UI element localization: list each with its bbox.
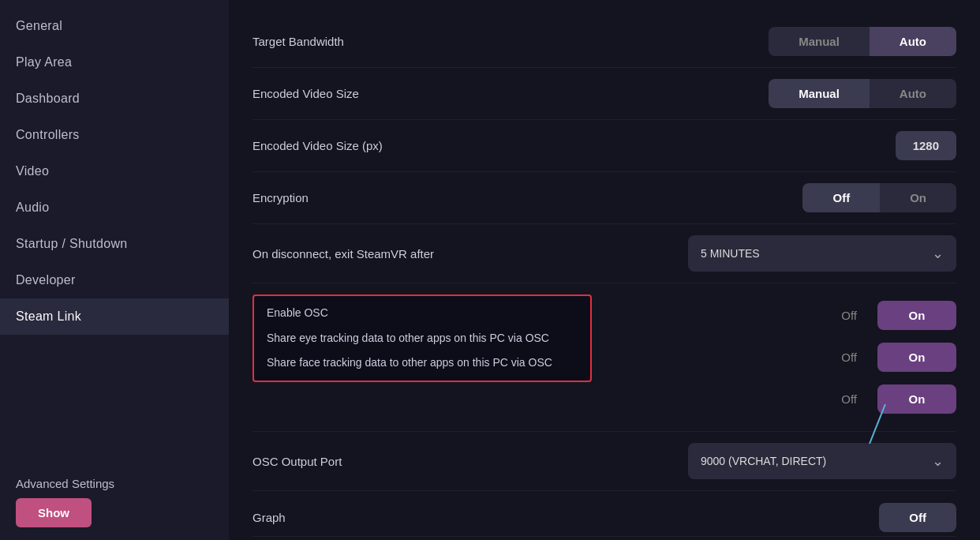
- osc-section-row: Enable OSC Share eye tracking data to ot…: [252, 283, 956, 432]
- main-content: Target Bandwidth Manual Auto Encoded Vid…: [229, 0, 980, 540]
- graph-toggle-group: Off: [879, 503, 956, 532]
- encoded-video-size-control: Manual Auto: [592, 79, 956, 108]
- encoded-video-size-px-row: Encoded Video Size (px) 1280: [252, 120, 956, 172]
- on-disconnect-dropdown-value: 5 MINUTES: [701, 247, 760, 260]
- sidebar-item-video[interactable]: Video: [0, 153, 229, 189]
- encoded-video-size-auto-btn[interactable]: Auto: [870, 79, 956, 108]
- enable-osc-off-label: Off: [827, 301, 871, 330]
- target-bandwidth-manual-btn[interactable]: Manual: [769, 27, 870, 56]
- sidebar-item-dashboard[interactable]: Dashboard: [0, 81, 229, 117]
- share-eye-tracking-on-btn[interactable]: On: [877, 343, 956, 372]
- enable-osc-on-btn[interactable]: On: [877, 301, 956, 330]
- sidebar-item-steam-link[interactable]: Steam Link: [0, 298, 229, 335]
- sidebar-bottom: Advanced Settings Show: [0, 464, 229, 540]
- target-bandwidth-label: Target Bandwidth: [252, 35, 592, 48]
- graph-control: Off: [592, 503, 956, 532]
- on-disconnect-dropdown[interactable]: 5 MINUTES ⌄: [688, 235, 956, 272]
- sidebar-item-controllers[interactable]: Controllers: [0, 117, 229, 153]
- share-eye-tracking-box-label: Share eye tracking data to other apps on…: [267, 331, 578, 347]
- encryption-off-btn[interactable]: Off: [802, 183, 880, 212]
- sidebar-item-general[interactable]: General: [0, 8, 229, 44]
- on-disconnect-label: On disconnect, exit SteamVR after: [252, 247, 592, 261]
- enable-osc-box-label: Enable OSC: [267, 306, 578, 321]
- encoded-video-size-px-control: 1280: [592, 131, 956, 160]
- target-bandwidth-toggle-group: Manual Auto: [769, 27, 956, 56]
- chevron-down-icon-osc: ⌄: [932, 452, 944, 470]
- osc-output-port-dropdown[interactable]: 9000 (VRCHAT, DIRECT) ⌄: [688, 443, 956, 479]
- osc-controls: Off On Off On Off On: [592, 294, 956, 420]
- encoded-video-size-manual-btn[interactable]: Manual: [769, 79, 870, 108]
- share-face-tracking-control: Off On: [604, 378, 956, 420]
- advanced-settings-label: Advanced Settings: [16, 477, 213, 490]
- encryption-toggle-group: Off On: [802, 183, 956, 212]
- share-face-tracking-off-label: Off: [827, 384, 871, 414]
- osc-output-port-row: OSC Output Port 9000 (VRCHAT, DIRECT) ⌄: [252, 432, 956, 491]
- encoded-video-size-toggle-group: Manual Auto: [769, 79, 956, 108]
- target-bandwidth-control: Manual Auto: [592, 27, 956, 56]
- sidebar-item-play-area[interactable]: Play Area: [0, 44, 229, 81]
- osc-highlight-box: Enable OSC Share eye tracking data to ot…: [252, 294, 592, 382]
- sidebar-item-audio[interactable]: Audio: [0, 189, 229, 226]
- on-disconnect-row: On disconnect, exit SteamVR after 5 MINU…: [252, 224, 956, 283]
- encoded-video-size-label: Encoded Video Size: [252, 87, 592, 100]
- sidebar-item-developer[interactable]: Developer: [0, 262, 229, 298]
- sidebar: General Play Area Dashboard Controllers …: [0, 0, 229, 540]
- graph-off-btn[interactable]: Off: [879, 503, 956, 532]
- show-advanced-settings-button[interactable]: Show: [16, 498, 92, 527]
- graph-label: Graph: [252, 511, 592, 524]
- on-disconnect-control: 5 MINUTES ⌄: [592, 235, 956, 272]
- graph-row: Graph Off: [252, 491, 956, 537]
- encoded-video-size-row: Encoded Video Size Manual Auto: [252, 68, 956, 120]
- encoded-video-size-px-label: Encoded Video Size (px): [252, 139, 592, 152]
- chevron-down-icon: ⌄: [932, 245, 944, 262]
- target-bandwidth-row: Target Bandwidth Manual Auto: [252, 16, 956, 68]
- encryption-row: Encryption Off On: [252, 172, 956, 224]
- encryption-label: Encryption: [252, 191, 592, 204]
- sidebar-item-startup-shutdown[interactable]: Startup / Shutdown: [0, 226, 229, 262]
- encryption-on-btn[interactable]: On: [880, 183, 956, 212]
- enable-osc-control: Off On: [604, 294, 956, 336]
- osc-output-port-value: 9000 (VRCHAT, DIRECT): [701, 455, 826, 467]
- share-face-tracking-on-btn[interactable]: On: [877, 384, 956, 414]
- osc-output-port-label: OSC Output Port: [252, 455, 592, 468]
- encoded-video-size-px-value[interactable]: 1280: [896, 131, 956, 160]
- osc-output-port-control: 9000 (VRCHAT, DIRECT) ⌄: [592, 443, 956, 479]
- share-eye-tracking-control: Off On: [604, 336, 956, 378]
- encryption-control: Off On: [592, 183, 956, 212]
- share-face-tracking-box-label: Share face tracking data to other apps o…: [267, 355, 578, 371]
- share-eye-tracking-off-label: Off: [827, 343, 871, 372]
- target-bandwidth-auto-btn[interactable]: Auto: [870, 27, 956, 56]
